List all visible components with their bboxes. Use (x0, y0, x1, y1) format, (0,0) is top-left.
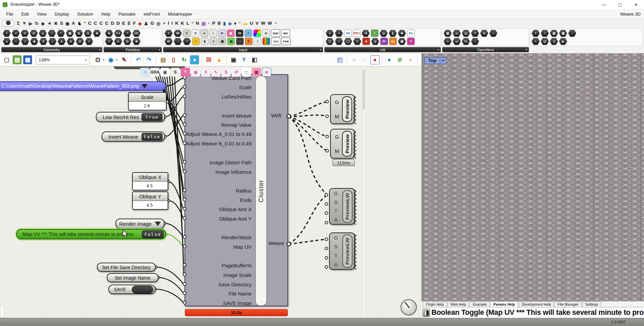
box-icon[interactable]: □ (48, 30, 56, 37)
cluster-input-8[interactable]: Image Influence (215, 168, 252, 176)
menu-solution[interactable]: Solution (73, 9, 97, 19)
disable-preview-icon[interactable]: ⊘ (395, 55, 404, 64)
bulb-icon[interactable]: ◍ (191, 68, 200, 77)
vector-icon[interactable]: ↗ (12, 30, 20, 37)
tab-icon-40[interactable]: ♠ (234, 21, 236, 26)
toolbar-group-label-geometry[interactable]: Geometry▾ (1, 47, 102, 52)
gears-icon[interactable]: ❋ (398, 30, 406, 37)
calendar-icon[interactable]: 20 (236, 29, 243, 37)
pipe-icon[interactable]: ∥ (389, 30, 397, 37)
viewport-view-dropdown[interactable]: ▼ (440, 57, 446, 64)
canvas-scrollbar-corner[interactable] (0, 306, 4, 318)
preview-node-1[interactable]: GM Preview (330, 94, 355, 124)
cluster-output-weave[interactable]: Weave (266, 240, 286, 246)
digit-icon[interactable]: 7 (105, 38, 113, 45)
import-icon[interactable]: ⇓ (183, 29, 191, 37)
cluster-input-12[interactable]: Oblique Amt Y (219, 215, 252, 223)
gumball-icon[interactable]: ◧ (250, 55, 259, 64)
tab-icon-41[interactable]: * (239, 21, 240, 26)
menu-elefront[interactable]: eleFront (139, 9, 164, 19)
flow-icon[interactable]: ≈ (85, 38, 93, 45)
boolean-icon[interactable]: ≠ (210, 38, 217, 45)
only-draw-icon[interactable]: ● (385, 55, 394, 64)
grid3-icon[interactable]: ▦ (559, 30, 567, 37)
point-cloud-icon[interactable]: + (244, 29, 252, 37)
cluster-input-16[interactable]: Image Scale (223, 271, 252, 279)
atom-icon[interactable]: * (183, 38, 191, 45)
definition-canvas[interactable]: ◔GHA▣S?◍X↖S↺::▦⊘ C:\Users\matth\Desktop\… (0, 66, 422, 318)
xyz-icon[interactable]: XYZ (271, 38, 280, 45)
wave-icon[interactable]: ≈ (444, 38, 452, 45)
nest-icon[interactable]: ◱ (462, 30, 470, 37)
preview-node-2[interactable]: GM Preview (330, 129, 355, 159)
cluster-input-18[interactable]: File Name (229, 290, 252, 298)
cut-icon[interactable]: % (480, 30, 488, 37)
undo-icon[interactable]: ↶ (134, 55, 143, 64)
close-button[interactable]: ✕ (628, 0, 644, 9)
sheet-icon[interactable]: ▤ (444, 30, 452, 37)
phone-icon[interactable]: ▯ (550, 38, 558, 45)
preview-eye-dropdown[interactable]: ▾ (116, 58, 117, 61)
pen-icon[interactable]: / (541, 30, 549, 37)
lowres-toggle-value[interactable]: True (142, 113, 163, 121)
help-tab-file-manager[interactable]: File Manager (555, 302, 581, 307)
tab-D[interactable]: D (111, 21, 114, 26)
wires-x-icon[interactable]: X (201, 68, 210, 77)
tag-icon[interactable]: T (471, 30, 479, 37)
tab-E[interactable]: E (128, 21, 131, 26)
cluster-output-weft[interactable]: Weft (266, 113, 286, 118)
ghost-preview-icon[interactable]: ○ (349, 55, 359, 64)
tab-D[interactable]: D (116, 21, 120, 26)
tab-icon-25[interactable]: ◎ (156, 21, 160, 26)
tab-icon-6[interactable]: ◄ (47, 21, 51, 26)
tab-icon-35[interactable]: ▪ (208, 21, 210, 26)
seed-icon[interactable]: * (371, 29, 379, 37)
cluster-node[interactable]: Cluster Weave Card PathScaleLoRes/HiResI… (185, 74, 288, 306)
tab-E[interactable]: E (122, 21, 125, 26)
tab-icon-34[interactable]: ▦ (201, 21, 206, 26)
wave2-icon[interactable]: ≈ (532, 38, 540, 45)
group-icon[interactable]: ▢ (326, 38, 334, 45)
dots-icon[interactable]: :: (335, 38, 343, 45)
tab-N[interactable]: N (196, 21, 199, 26)
redo-icon[interactable]: ↷ (144, 55, 153, 64)
help-tab-development-help[interactable]: Development Help (519, 302, 554, 307)
panel-icon[interactable]: ▥ (227, 29, 235, 37)
save-document-icon[interactable]: ▦ (23, 55, 32, 64)
toolbar-group-label-util[interactable]: Util▾ (324, 47, 441, 52)
toolbar-group-label-opennest[interactable]: OpenNest▾ (442, 47, 529, 52)
delete-icon[interactable]: ▯ (169, 55, 178, 64)
gha-icon[interactable]: GHA (150, 68, 159, 77)
tab-C[interactable]: C (88, 21, 91, 26)
recompute-icon[interactable]: ↻ (179, 55, 189, 64)
cluster-input-4[interactable]: Remap Value (221, 121, 252, 129)
tab-icon-0[interactable] (2, 20, 15, 27)
tab-C[interactable]: C (105, 21, 108, 26)
number-icon[interactable]: 0.1 (114, 30, 122, 37)
find2-icon[interactable]: Q (371, 38, 379, 45)
map-uv-toggle-value[interactable]: False (142, 230, 164, 238)
bake-icon[interactable]: ▲ (215, 55, 224, 64)
disable-icon[interactable]: ⊘ (262, 68, 271, 77)
preview-2-body[interactable]: Preview (342, 131, 352, 157)
set-save-directory-node[interactable]: Set File Save Directory (97, 263, 156, 272)
preview-lw-2-body[interactable]: PreviewLW (342, 235, 352, 268)
preview-lw-1-body[interactable]: PreviewLW (342, 190, 352, 223)
save-button-press-area[interactable] (132, 286, 153, 293)
rhino-viewport[interactable]: Top ▼ (422, 53, 644, 301)
cluster-input-15[interactable]: PageBuffer% (222, 262, 252, 269)
vortex-icon[interactable]: @ (123, 38, 131, 45)
gesture-icon[interactable]: S (221, 68, 231, 77)
hash-icon[interactable]: # (165, 30, 173, 37)
magnet-icon[interactable]: Ω (84, 30, 92, 37)
export-icon[interactable]: ↑ (471, 38, 479, 45)
board-icon[interactable]: ▭ (453, 30, 461, 37)
zoom-extents-icon[interactable]: ⊡ (93, 55, 102, 64)
cluster-input-13[interactable]: Render/Mask (221, 234, 252, 241)
scale-panel-node[interactable]: Scale 20 (128, 92, 167, 110)
point-icon[interactable]: + (3, 30, 11, 37)
pdb-icon[interactable]: PDB (281, 38, 291, 45)
torus-icon[interactable]: ◎ (75, 30, 83, 37)
plane-icon[interactable]: ◇ (39, 30, 47, 37)
tab-icon-11[interactable]: ♞ (78, 21, 82, 26)
